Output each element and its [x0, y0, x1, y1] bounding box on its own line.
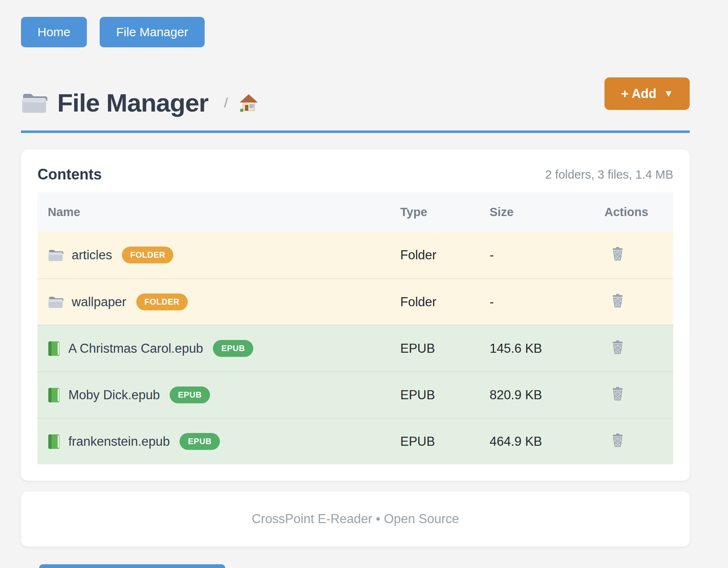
table-header-row: Name Type Size Actions: [37, 192, 673, 232]
column-header-size: Size: [490, 205, 604, 219]
nav-home-button[interactable]: Home: [21, 17, 87, 47]
contents-summary: 2 folders, 3 files, 1.4 MB: [545, 168, 673, 182]
top-nav: Home File Manager: [21, 17, 690, 47]
title-divider: [21, 130, 690, 133]
caret-down-icon: ▼: [664, 88, 673, 99]
folder-icon: [48, 296, 63, 309]
type-cell: EPUB: [400, 388, 490, 403]
table-row[interactable]: articles FOLDER Folder -: [37, 232, 673, 278]
home-icon[interactable]: [239, 93, 258, 112]
book-icon: [48, 434, 60, 449]
file-name[interactable]: wallpaper: [72, 295, 126, 310]
name-cell: wallpaper FOLDER: [48, 293, 400, 310]
contents-heading: Contents: [37, 166, 102, 183]
type-badge: FOLDER: [122, 247, 173, 263]
table-row[interactable]: Moby Dick.epub EPUB EPUB 820.9 KB: [37, 371, 673, 418]
actions-cell: [604, 386, 663, 404]
folder-icon: [21, 92, 47, 114]
type-cell: EPUB: [400, 434, 490, 449]
book-icon: [48, 341, 60, 356]
folder-icon: [48, 249, 63, 262]
clipped-blue-element: [39, 564, 225, 568]
table-row[interactable]: A Christmas Carol.epub EPUB EPUB 145.6 K…: [37, 325, 673, 371]
column-header-name: Name: [48, 205, 400, 219]
breadcrumb-separator: /: [224, 95, 228, 111]
actions-cell: [604, 293, 663, 311]
size-cell: -: [490, 295, 604, 310]
table-row[interactable]: wallpaper FOLDER Folder -: [37, 278, 673, 325]
file-name[interactable]: Moby Dick.epub: [68, 388, 160, 403]
name-cell: A Christmas Carol.epub EPUB: [48, 340, 400, 357]
file-name[interactable]: articles: [72, 248, 112, 263]
contents-table: Name Type Size Actions articles FOLDER F…: [37, 192, 673, 464]
column-header-type: Type: [400, 205, 490, 219]
trash-icon[interactable]: [611, 246, 624, 261]
actions-cell: [604, 246, 663, 264]
size-cell: 820.9 KB: [490, 388, 604, 403]
column-header-actions: Actions: [604, 205, 663, 219]
type-badge: FOLDER: [136, 293, 188, 310]
footer-text: CrossPoint E-Reader • Open Source: [252, 512, 459, 526]
actions-cell: [604, 433, 663, 451]
page-title: File Manager: [57, 88, 208, 117]
footer: CrossPoint E-Reader • Open Source: [21, 491, 690, 547]
trash-icon[interactable]: [611, 340, 624, 354]
actions-cell: [604, 340, 663, 358]
book-icon: [48, 387, 60, 403]
page-header: File Manager / + Add ▼: [21, 77, 690, 117]
name-cell: articles FOLDER: [48, 247, 400, 263]
contents-card: Contents 2 folders, 3 files, 1.4 MB Name…: [21, 149, 690, 481]
title-group: File Manager /: [21, 77, 258, 117]
name-cell: frankenstein.epub EPUB: [48, 433, 400, 450]
trash-icon[interactable]: [611, 293, 624, 308]
type-badge: EPUB: [213, 340, 253, 357]
type-badge: EPUB: [180, 433, 220, 450]
type-cell: EPUB: [400, 341, 490, 356]
page: Home File Manager File Manager /: [0, 0, 728, 547]
trash-icon[interactable]: [611, 386, 624, 401]
file-name[interactable]: frankenstein.epub: [68, 434, 170, 449]
type-badge: EPUB: [170, 386, 210, 403]
trash-icon[interactable]: [611, 433, 624, 447]
type-cell: Folder: [400, 295, 490, 310]
add-button[interactable]: + Add ▼: [604, 77, 690, 110]
size-cell: -: [490, 248, 604, 263]
size-cell: 145.6 KB: [490, 341, 604, 356]
table-row[interactable]: frankenstein.epub EPUB EPUB 464.9 KB: [37, 418, 673, 464]
table-body: articles FOLDER Folder -: [37, 232, 673, 464]
card-header: Contents 2 folders, 3 files, 1.4 MB: [37, 166, 673, 183]
name-cell: Moby Dick.epub EPUB: [48, 386, 400, 403]
nav-file-manager-button[interactable]: File Manager: [100, 17, 205, 47]
file-name[interactable]: A Christmas Carol.epub: [68, 341, 203, 356]
add-button-label: + Add: [621, 86, 656, 101]
type-cell: Folder: [400, 248, 490, 263]
size-cell: 464.9 KB: [490, 434, 604, 449]
